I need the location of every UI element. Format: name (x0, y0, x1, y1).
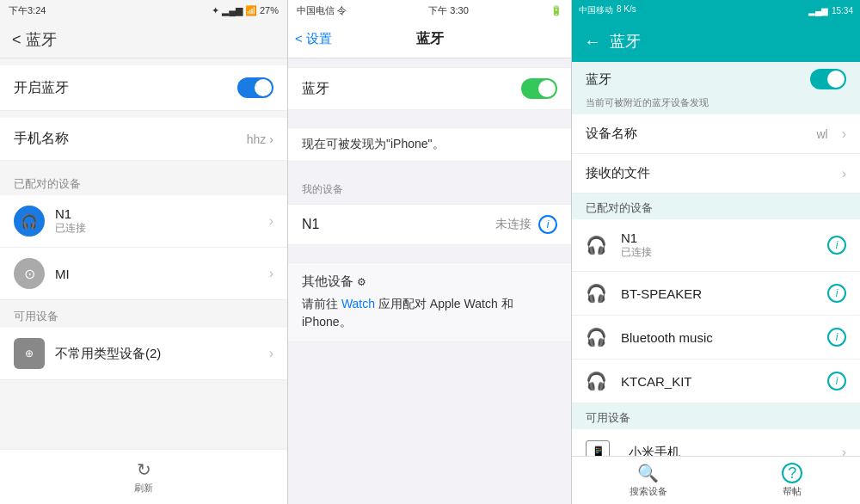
device-icon-mi: ⊙ (14, 258, 45, 289)
ios-bluetooth-label: 蓝牙 (302, 80, 521, 98)
ios-bluetooth-row[interactable]: 蓝牙 (288, 67, 571, 110)
ios-discoverable-text: 现在可被发现为"iPhone"。 (288, 127, 571, 162)
hw-device-name-label: 设备名称 (586, 126, 806, 142)
ios-watch-link[interactable]: Watch (341, 297, 375, 310)
device-icon-uncommon: ⊕ (14, 338, 45, 369)
help-label-p3: 帮帖 (783, 485, 802, 498)
hw-info-btspeaker: BT-SPEAKER (621, 286, 817, 301)
chevron-received-files: › (842, 166, 846, 181)
hw-paired-btmusic[interactable]: 🎧 Bluetooth music i (572, 316, 860, 360)
chevron-mi: › (269, 266, 273, 281)
hw-device-name-row[interactable]: 设备名称 wl › (572, 114, 860, 154)
hw-received-files-info: 接收的文件 (586, 165, 832, 181)
hw-name-btmusic: Bluetooth music (621, 330, 817, 345)
ios-my-devices: 我的设备 N1 未连接 i (288, 179, 571, 245)
hw-device-name-info: 设备名称 (586, 126, 806, 142)
battery-p1: 27% (260, 5, 279, 15)
back-button-p1[interactable]: < 蓝牙 (12, 29, 57, 50)
ios-device-status-n1: 未连接 (495, 217, 531, 232)
search-devices-btn[interactable]: 🔍 搜索设备 (630, 463, 667, 498)
device-name-uncommon: 不常用类型设备(2) (55, 346, 259, 362)
ios-bluetooth-toggle[interactable] (521, 78, 557, 99)
hw-section-available: 可用设备 (572, 403, 860, 429)
hw-bluetooth-label: 蓝牙 (586, 71, 611, 88)
hw-info-ktcar: KTCAR_KIT (621, 374, 817, 389)
ios-other-title: 其他设备 ⚙ (302, 274, 557, 290)
device-name-mi: MI (55, 267, 259, 281)
hw-icon-xiaomi: 📱 (586, 440, 610, 456)
hw-info-btn-btspeaker[interactable]: i (827, 284, 846, 303)
panel-miui: 下午3:24 ✦ ▂▄▆ 📶 27% < 蓝牙 开启蓝牙 手机名称 hhz › … (0, 0, 288, 504)
panel-ios: 中国电信 令 下午 3:30 🔋 < 设置 蓝牙 蓝牙 现在可被发现为"iPho… (288, 0, 572, 504)
time-p1: 下午3:24 (9, 4, 46, 17)
hw-bluetooth-toggle[interactable] (810, 69, 846, 89)
refresh-icon-p1: ↻ (137, 459, 151, 480)
status-right-p3: ▂▄▆ 15:34 (808, 6, 853, 15)
hw-section-paired: 已配对的设备 (572, 194, 860, 219)
ios-device-name-n1: N1 (302, 217, 495, 232)
back-button-p3[interactable]: ← (584, 32, 601, 52)
back-button-p2[interactable]: < 设置 (295, 31, 332, 47)
hw-paired-btspeaker[interactable]: 🎧 BT-SPEAKER i (572, 272, 860, 316)
available-device-uncommon[interactable]: ⊕ 不常用类型设备(2) › (0, 328, 287, 380)
ios-info-btn-n1[interactable]: i (538, 215, 557, 234)
hw-paired-n1[interactable]: 🎧 N1 已连接 i (572, 219, 860, 272)
hw-status-n1: 已连接 (621, 245, 817, 260)
hw-info-btn-btmusic[interactable]: i (827, 328, 846, 347)
hw-name-xiaomi: 小米手机 (629, 445, 832, 457)
status-left-p3: 中国移动 8 K/s (579, 4, 636, 16)
hw-icon-btspeaker: 🎧 (586, 283, 607, 304)
nav-bar-p3: ← 蓝牙 (572, 21, 860, 62)
ios-other-body: 请前往 Watch 应用配对 Apple Watch 和 iPhone。 (302, 295, 557, 331)
paired-device-mi[interactable]: ⊙ MI › (0, 248, 287, 300)
bluetooth-toggle[interactable] (237, 77, 273, 98)
time-p3: 15:34 (832, 6, 853, 15)
hw-paired-ktcar[interactable]: 🎧 KTCAR_KIT i (572, 360, 860, 403)
signal-icon-p1: ▂▄▆ (222, 5, 243, 16)
section-paired-p1: 已配对的设备 (0, 168, 287, 195)
hw-available-xiaomi[interactable]: 📱 小米手机 › (572, 429, 860, 456)
status-bar-p3: 中国移动 8 K/s ▂▄▆ 15:34 (572, 0, 860, 21)
chevron-device-name: › (842, 126, 846, 142)
device-status-n1: 已连接 (55, 221, 259, 236)
speed-p3: 8 K/s (617, 4, 636, 16)
signal-p3: ▂▄▆ (808, 6, 828, 15)
hw-info-btn-ktcar[interactable]: i (827, 372, 846, 390)
ios-bluetooth-section: 蓝牙 (288, 67, 571, 110)
nav-bar-p2: < 设置 蓝牙 (288, 21, 571, 58)
nav-bar-p1: < 蓝牙 (0, 21, 287, 58)
hw-icon-ktcar: 🎧 (586, 371, 607, 391)
search-label-p3: 搜索设备 (630, 485, 667, 498)
device-info-uncommon: 不常用类型设备(2) (55, 346, 259, 362)
paired-device-n1[interactable]: 🎧 N1 已连接 › (0, 195, 287, 248)
wifi-icon-p1: 📶 (245, 5, 257, 16)
ios-my-devices-header: 我的设备 (288, 179, 571, 200)
hw-received-files-row[interactable]: 接收的文件 › (572, 154, 860, 194)
chevron-icon-p1: › (269, 132, 273, 146)
nav-title-p3: 蓝牙 (610, 31, 641, 52)
bluetooth-label: 开启蓝牙 (14, 79, 69, 97)
device-info-mi: MI (55, 267, 259, 281)
hw-bluetooth-subtext: 当前可被附近的蓝牙设备发现 (572, 96, 860, 114)
hw-info-btn-n1[interactable]: i (827, 236, 846, 255)
battery-p2: 🔋 (550, 5, 562, 16)
chevron-xiaomi: › (842, 445, 846, 456)
hw-info-btmusic: Bluetooth music (621, 330, 817, 345)
chevron-n1: › (269, 213, 273, 229)
time-p2: 下午 3:30 (428, 4, 468, 17)
help-btn[interactable]: ? 帮帖 (782, 463, 802, 498)
hw-received-files-label: 接收的文件 (586, 165, 832, 181)
ios-other-section: 其他设备 ⚙ 请前往 Watch 应用配对 Apple Watch 和 iPho… (288, 262, 571, 342)
ios-device-n1[interactable]: N1 未连接 i (288, 204, 571, 245)
device-icon-n1: 🎧 (14, 206, 45, 237)
hw-info-xiaomi: 小米手机 (629, 445, 832, 457)
hw-icon-btmusic: 🎧 (586, 327, 607, 347)
hw-device-name-value: wl (816, 127, 827, 141)
bottom-bar-p1[interactable]: ↻ 刷新 (0, 449, 287, 504)
hw-icon-n1: 🎧 (586, 235, 607, 255)
phone-name-row[interactable]: 手机名称 hhz › (0, 118, 287, 161)
ios-other-devices: 其他设备 ⚙ 请前往 Watch 应用配对 Apple Watch 和 iPho… (288, 262, 571, 342)
device-name-n1: N1 (55, 206, 259, 221)
bluetooth-toggle-row[interactable]: 开启蓝牙 (0, 65, 287, 111)
phone-name-value: hhz (247, 132, 267, 146)
